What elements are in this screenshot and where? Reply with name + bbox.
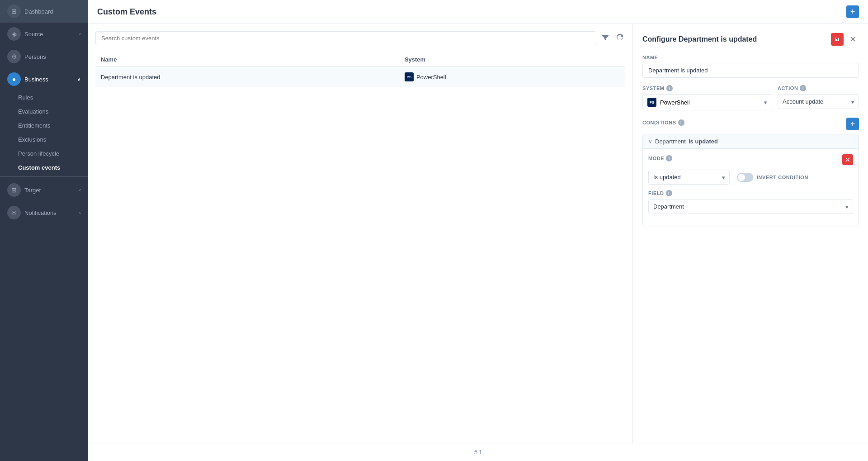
system-label: SYSTEM i (642, 85, 772, 91)
mode-info-icon[interactable]: i (666, 155, 672, 162)
configure-header: Configure Department is updated ✕ (642, 33, 859, 46)
sidebar: ⊞ Dashboard ◈ Source ‹ ⚙ Persons ● Busin… (0, 0, 88, 461)
invert-toggle[interactable] (737, 173, 753, 182)
col-system: System (399, 52, 625, 67)
chevron-down-icon: ∨ (77, 76, 81, 82)
save-config-button[interactable] (831, 33, 844, 46)
sidebar-item-label: Persons (24, 53, 46, 60)
filter-button[interactable] (600, 32, 611, 45)
action-select-wrap: Account update (778, 94, 859, 109)
table-row[interactable]: Department is updated PS PowerShell (95, 67, 625, 87)
toggle-knob (738, 174, 745, 181)
action-field-group: ACTION i Account update (778, 85, 859, 110)
add-condition-button[interactable]: + (846, 118, 859, 130)
sidebar-item-person-lifecycle[interactable]: Person lifecycle (0, 147, 88, 161)
toggle-wrap: INVERT CONDITION (737, 173, 808, 182)
chevron-icon: ‹ (79, 31, 81, 37)
sidebar-item-notifications[interactable]: ✉ Notifications ‹ (0, 201, 88, 224)
conditions-info-icon[interactable]: i (678, 119, 684, 126)
col-name: Name (95, 52, 399, 67)
configure-panel: Configure Department is updated ✕ NAME (633, 24, 868, 461)
sidebar-divider (0, 176, 88, 177)
action-info-icon[interactable]: i (800, 85, 806, 91)
action-select[interactable]: Account update (778, 94, 859, 109)
field-info-icon[interactable]: i (666, 190, 672, 196)
sidebar-item-entitlements[interactable]: Entitlements (0, 119, 88, 133)
source-icon: ◈ (7, 27, 21, 41)
refresh-button[interactable] (614, 32, 625, 45)
condition-title-bold: is updated (689, 138, 718, 145)
page-title: Custom Events (97, 7, 156, 17)
chevron-icon: ‹ (79, 187, 81, 193)
sidebar-item-business[interactable]: ● Business ∨ (0, 68, 88, 90)
events-table: Name System Department is updated PS Pow… (95, 52, 625, 87)
condition-title-bar: ∨ Department is updated (643, 134, 859, 149)
invert-condition-label: INVERT CONDITION (757, 175, 808, 180)
persons-icon: ⚙ (7, 50, 21, 63)
field-field-group: FIELD i Department (648, 190, 853, 214)
delete-condition-button[interactable] (842, 154, 853, 165)
sidebar-item-label: Dashboard (24, 8, 53, 15)
conditions-header: CONDITIONS i + (642, 118, 859, 130)
condition-chevron-icon[interactable]: ∨ (648, 138, 652, 145)
sidebar-item-label: Target (24, 187, 41, 194)
action-label: ACTION i (778, 85, 859, 91)
sidebar-item-source[interactable]: ◈ Source ‹ (0, 23, 88, 45)
row-name: Department is updated (95, 67, 399, 87)
condition-block: ∨ Department is updated MODE i (642, 134, 859, 227)
target-icon: ⊞ (7, 183, 21, 197)
field-select-wrap: Department (648, 199, 853, 214)
field-label: FIELD i (648, 190, 853, 196)
sidebar-item-persons[interactable]: ⚙ Persons (0, 45, 88, 68)
sidebar-item-exclusions[interactable]: Exclusions (0, 133, 88, 147)
system-name: PowerShell (416, 74, 446, 81)
system-select[interactable]: PS PowerShell ▾ PowerShell (642, 94, 772, 110)
system-action-row: SYSTEM i PS PowerShell ▾ PowerShell AC (642, 85, 859, 110)
sidebar-item-custom-events[interactable]: Custom events (0, 161, 88, 175)
system-field-group: SYSTEM i PS PowerShell ▾ PowerShell (642, 85, 772, 110)
mode-row: Is updated INVERT CONDITION (648, 170, 853, 185)
system-info-icon[interactable]: i (666, 85, 673, 91)
add-event-button[interactable]: + (846, 5, 859, 18)
field-select[interactable]: Department (648, 199, 853, 214)
configure-action-buttons: ✕ (831, 33, 859, 46)
main-content: Custom Events + Name Sys (88, 0, 868, 461)
name-label: NAME (642, 55, 859, 60)
sidebar-item-label: Source (24, 31, 43, 38)
pagination: # 1 (88, 443, 868, 461)
powershell-icon: PS (405, 72, 414, 81)
mode-select-wrap: Is updated (648, 170, 730, 185)
sidebar-item-label: Notifications (24, 209, 57, 216)
mode-label: MODE i (648, 155, 672, 162)
conditions-label: CONDITIONS i (642, 119, 684, 126)
dashboard-icon: ⊞ (7, 5, 21, 18)
conditions-field-group: CONDITIONS i + ∨ Department is updated (642, 118, 859, 227)
mode-select[interactable]: Is updated (648, 170, 730, 185)
page-header: Custom Events + (88, 0, 868, 24)
row-system: PS PowerShell (399, 67, 625, 87)
business-icon: ● (7, 72, 21, 86)
notifications-icon: ✉ (7, 206, 21, 219)
sidebar-item-target[interactable]: ⊞ Target ‹ (0, 179, 88, 201)
search-bar (95, 31, 625, 45)
sidebar-item-evaluations[interactable]: Evaluations (0, 105, 88, 119)
condition-title-normal: Department (655, 138, 686, 145)
condition-body: MODE i Is updated (643, 149, 859, 227)
sidebar-item-dashboard[interactable]: ⊞ Dashboard (0, 0, 88, 23)
close-panel-button[interactable]: ✕ (846, 33, 859, 46)
chevron-icon: ‹ (79, 209, 81, 216)
content-area: Name System Department is updated PS Pow… (88, 24, 868, 461)
name-input[interactable] (642, 63, 859, 78)
search-input[interactable] (95, 31, 596, 45)
configure-title: Configure Department is updated (642, 35, 757, 43)
sidebar-item-rules[interactable]: Rules (0, 90, 88, 105)
condition-mode-header: MODE i (648, 154, 853, 165)
name-field-group: NAME (642, 55, 859, 78)
table-area: Name System Department is updated PS Pow… (88, 24, 633, 461)
pagination-text: # 1 (474, 449, 482, 456)
sidebar-item-label: Business (24, 76, 48, 83)
